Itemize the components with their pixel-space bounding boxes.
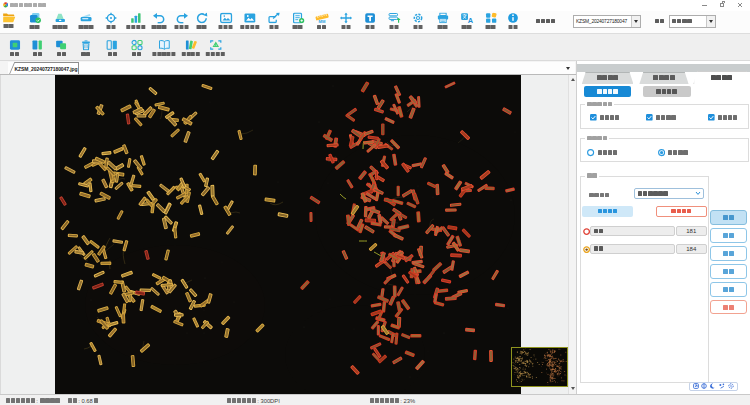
- svg-text:A: A: [467, 16, 473, 23]
- svg-text:MM: MM: [318, 19, 325, 23]
